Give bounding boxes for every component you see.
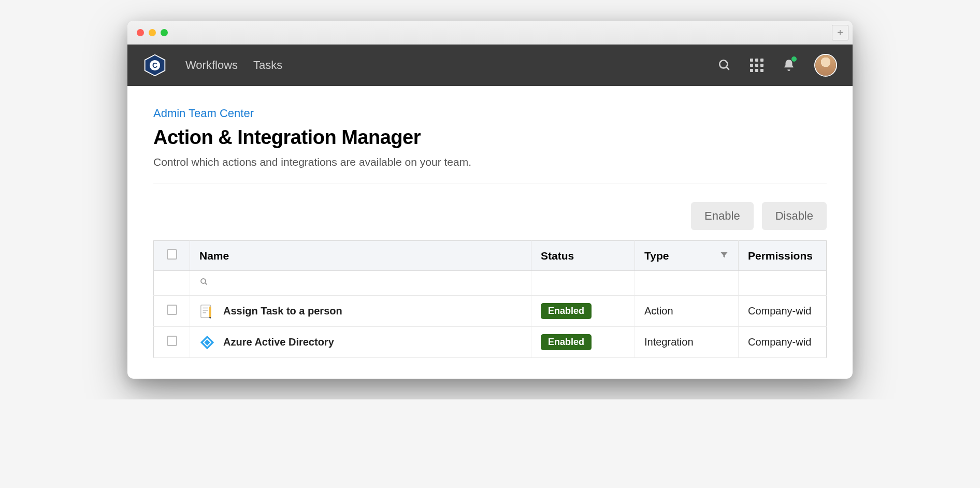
row-permissions: Company-wid xyxy=(739,296,827,327)
enable-button[interactable]: Enable xyxy=(691,202,754,230)
svg-rect-11 xyxy=(209,306,211,317)
search-icon[interactable] xyxy=(718,59,731,72)
table-row[interactable]: Azure Active Directory Enabled Integrati… xyxy=(154,327,827,358)
page-content: Admin Team Center Action & Integration M… xyxy=(127,86,853,379)
nav-workflows[interactable]: Workflows xyxy=(185,59,238,72)
select-all-checkbox[interactable] xyxy=(167,249,177,260)
row-checkbox[interactable] xyxy=(167,336,177,346)
row-type: Action xyxy=(635,296,739,327)
table-row[interactable]: Assign Task to a person Enabled Action C… xyxy=(154,296,827,327)
task-icon xyxy=(199,304,215,319)
page-title: Action & Integration Manager xyxy=(153,126,827,149)
column-permissions[interactable]: Permissions xyxy=(739,241,827,271)
status-badge: Enabled xyxy=(541,334,592,350)
close-window-icon[interactable] xyxy=(137,29,144,36)
svg-text:C: C xyxy=(152,62,157,69)
filter-icon[interactable] xyxy=(719,250,729,262)
integrations-table: Name Status Type Permissions xyxy=(153,240,827,358)
name-search-icon[interactable] xyxy=(199,277,209,289)
maximize-window-icon[interactable] xyxy=(161,29,168,36)
svg-point-5 xyxy=(201,279,206,283)
new-tab-button[interactable]: + xyxy=(832,25,848,40)
row-checkbox[interactable] xyxy=(167,305,177,315)
column-name[interactable]: Name xyxy=(190,241,531,271)
apps-grid-icon[interactable] xyxy=(750,59,763,72)
column-type-label: Type xyxy=(644,250,669,262)
nav-tasks[interactable]: Tasks xyxy=(253,59,282,72)
row-type: Integration xyxy=(635,327,739,358)
nav-icons xyxy=(718,54,837,77)
search-row xyxy=(154,271,827,296)
svg-marker-12 xyxy=(209,317,211,319)
svg-point-3 xyxy=(719,60,727,68)
top-navbar: C Workflows Tasks xyxy=(127,45,853,86)
window-controls xyxy=(137,29,168,36)
azure-icon xyxy=(199,335,215,350)
column-type[interactable]: Type xyxy=(635,241,739,271)
minimize-window-icon[interactable] xyxy=(149,29,156,36)
breadcrumb[interactable]: Admin Team Center xyxy=(153,107,827,120)
window-titlebar: + xyxy=(127,21,853,45)
app-window: + C Workflows Tasks Admin Team Center Ac xyxy=(127,21,853,379)
row-permissions: Company-wid xyxy=(739,327,827,358)
row-name: Azure Active Directory xyxy=(223,336,334,348)
app-logo-icon[interactable]: C xyxy=(143,53,167,77)
bulk-actions: Enable Disable xyxy=(153,202,827,230)
svg-line-6 xyxy=(205,283,207,284)
column-checkbox xyxy=(154,241,190,271)
row-name: Assign Task to a person xyxy=(223,305,342,317)
column-status[interactable]: Status xyxy=(531,241,635,271)
svg-line-4 xyxy=(726,67,729,69)
notification-badge xyxy=(791,56,797,62)
status-badge: Enabled xyxy=(541,303,592,319)
divider xyxy=(153,183,827,183)
nav-links: Workflows Tasks xyxy=(185,59,282,72)
notifications-icon[interactable] xyxy=(782,59,796,72)
disable-button[interactable]: Disable xyxy=(762,202,827,230)
page-subtitle: Control which actions and integrations a… xyxy=(153,156,827,168)
user-avatar[interactable] xyxy=(814,54,837,77)
